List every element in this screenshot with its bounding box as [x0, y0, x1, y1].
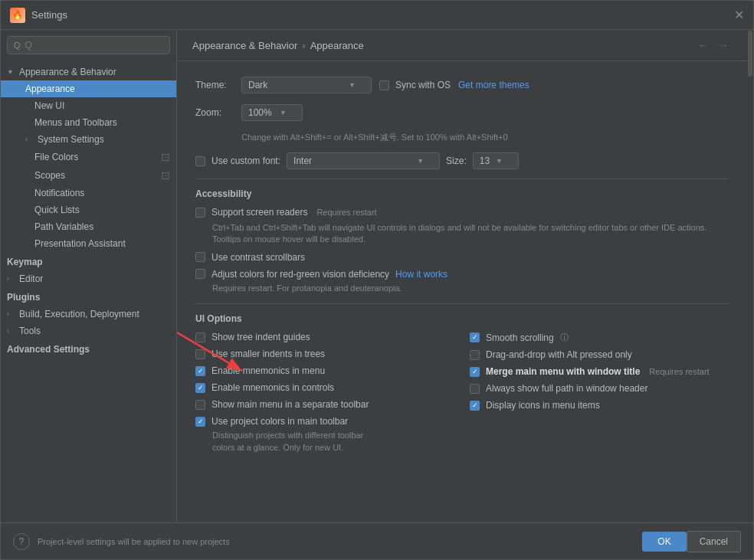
more-themes-link[interactable]: Get more themes — [458, 80, 529, 90]
theme-dropdown[interactable]: Dark ▼ — [241, 77, 372, 93]
mnemonics-menu-label[interactable]: Enable mnemonics in menu — [211, 365, 325, 376]
build-expand-icon: › — [7, 310, 16, 318]
mnemonics-controls-checkbox[interactable] — [195, 383, 205, 393]
sync-os-label[interactable]: Sync with OS — [395, 80, 451, 90]
sidebar-item-new-ui[interactable]: New UI — [1, 97, 176, 114]
smaller-indents-checkbox[interactable] — [195, 349, 205, 359]
ui-options-right: Smooth scrolling ⓘ Drag-and-drop with Al… — [470, 332, 729, 460]
display-icons-checkbox[interactable] — [470, 401, 480, 411]
footer: ? Project-level settings will be applied… — [1, 522, 753, 559]
smooth-scrolling-info-icon[interactable]: ⓘ — [560, 332, 569, 343]
drag-drop-alt-label[interactable]: Drag-and-drop with Alt pressed only — [486, 349, 632, 360]
search-icon: Q — [14, 41, 21, 50]
sidebar-item-quick-lists[interactable]: Quick Lists — [1, 201, 176, 218]
always-show-path-checkbox[interactable] — [470, 384, 480, 394]
custom-font-checkbox[interactable] — [195, 156, 205, 166]
zoom-dropdown[interactable]: 100% ▼ — [241, 104, 303, 121]
smaller-indents-label[interactable]: Use smaller indents in trees — [211, 349, 325, 359]
sidebar-item-scopes[interactable]: Scopes ⊡ — [1, 166, 176, 185]
adjust-colors-label[interactable]: Adjust colors for red-green vision defic… — [211, 269, 389, 280]
sidebar: Q ▼ Appearance & Behavior Appearance New… — [1, 30, 177, 522]
help-button[interactable]: ? — [13, 533, 30, 550]
expand-arrow-icon: ▼ — [7, 68, 16, 76]
smaller-indents-row: Use smaller indents in trees — [195, 349, 454, 359]
scrollbar-track[interactable] — [747, 30, 753, 522]
mnemonics-menu-checkbox[interactable] — [195, 366, 205, 376]
theme-label: Theme: — [195, 80, 234, 90]
custom-font-label[interactable]: Use custom font: — [211, 156, 280, 166]
settings-window: 🔥 Settings ✕ Q ▼ Appearance & B — [0, 0, 754, 560]
merge-menu-hint: Requires restart — [649, 367, 709, 376]
how-it-works-link[interactable]: How it works — [395, 269, 447, 280]
breadcrumb: Appearance & Behavior › Appearance — [192, 40, 695, 51]
sidebar-item-notifications[interactable]: Notifications — [1, 185, 176, 201]
tree-indent-guides-checkbox[interactable] — [195, 332, 205, 342]
sidebar-item-presentation-assistant[interactable]: Presentation Assistant — [1, 235, 176, 252]
merge-main-menu-label[interactable]: Merge main menu with window title — [486, 366, 640, 377]
sidebar-item-keymap[interactable]: Keymap — [1, 252, 176, 270]
sidebar-item-menus-toolbars[interactable]: Menus and Toolbars — [1, 114, 176, 131]
drag-drop-alt-checkbox[interactable] — [470, 350, 480, 360]
sidebar-item-path-variables[interactable]: Path Variables — [1, 218, 176, 235]
size-dropdown[interactable]: 13 ▼ — [473, 152, 519, 169]
adjust-colors-hint: Requires restart. For protanopia and deu… — [212, 283, 729, 294]
scrollbar-thumb[interactable] — [748, 31, 752, 77]
zoom-label: Zoom: — [195, 107, 234, 118]
main-layout: Q ▼ Appearance & Behavior Appearance New… — [1, 30, 753, 522]
sidebar-item-file-colors[interactable]: File Colors ⊡ — [1, 148, 176, 166]
close-button[interactable]: ✕ — [734, 8, 744, 22]
size-dropdown-arrow-icon: ▼ — [496, 157, 503, 165]
back-button[interactable]: ← — [695, 38, 712, 53]
zoom-dropdown-arrow-icon: ▼ — [280, 109, 287, 116]
screen-readers-label[interactable]: Support screen readers — [211, 207, 307, 218]
font-dropdown[interactable]: Inter ▼ — [287, 152, 440, 169]
sidebar-item-system-settings[interactable]: › System Settings — [1, 131, 176, 148]
search-input[interactable] — [25, 40, 163, 51]
main-menu-toolbar-label[interactable]: Show main menu in a separate toolbar — [211, 399, 369, 410]
ok-button[interactable]: OK — [642, 532, 686, 552]
breadcrumb-parent[interactable]: Appearance & Behavior — [192, 40, 297, 51]
contrast-scrollbars-checkbox[interactable] — [195, 252, 205, 262]
cancel-button[interactable]: Cancel — [687, 531, 741, 552]
adjust-colors-checkbox[interactable] — [195, 269, 205, 279]
search-box[interactable]: Q — [7, 36, 170, 54]
sidebar-item-appearance[interactable]: Appearance — [1, 80, 176, 97]
merge-main-menu-checkbox[interactable] — [470, 367, 480, 377]
nav-tree: ▼ Appearance & Behavior Appearance New U… — [1, 61, 176, 522]
display-icons-label[interactable]: Display icons in menu items — [486, 400, 600, 411]
zoom-hint: Change with Alt+Shift+= or Alt+Shift+减号.… — [241, 132, 729, 143]
adjust-colors-row: Adjust colors for red-green vision defic… — [195, 269, 729, 280]
project-colors-checkbox[interactable] — [195, 417, 205, 427]
always-show-path-label[interactable]: Always show full path in window header — [486, 383, 647, 394]
main-menu-toolbar-checkbox[interactable] — [195, 400, 205, 410]
sidebar-item-build-execution[interactable]: › Build, Execution, Deployment — [1, 306, 176, 323]
mnemonics-controls-label[interactable]: Enable mnemonics in controls — [211, 382, 334, 393]
display-icons-row: Display icons in menu items — [470, 400, 729, 411]
screen-readers-checkbox[interactable] — [195, 208, 205, 218]
system-expand-icon: › — [25, 136, 34, 143]
font-value: Inter — [293, 156, 312, 166]
sidebar-item-plugins[interactable]: Plugins — [1, 287, 176, 306]
divider-1 — [195, 178, 729, 179]
theme-dropdown-arrow-icon: ▼ — [349, 81, 356, 89]
titlebar: 🔥 Settings ✕ — [1, 1, 753, 30]
ui-options-left: Show tree indent guides Use smaller inde… — [195, 332, 454, 460]
main-menu-toolbar-row: Show main menu in a separate toolbar — [195, 399, 454, 410]
project-colors-label[interactable]: Use project colors in main toolbar — [211, 416, 348, 427]
sidebar-item-advanced-settings[interactable]: Advanced Settings — [1, 339, 176, 358]
tree-indent-guides-label[interactable]: Show tree indent guides — [211, 332, 310, 342]
nav-arrows: ← → — [695, 38, 732, 53]
sidebar-item-appearance-behavior[interactable]: ▼ Appearance & Behavior — [1, 64, 176, 80]
editor-expand-icon: › — [7, 275, 16, 283]
smooth-scrolling-checkbox[interactable] — [470, 332, 480, 342]
sync-os-checkbox[interactable] — [379, 80, 389, 90]
smooth-scrolling-label[interactable]: Smooth scrolling — [486, 332, 554, 343]
forward-button[interactable]: → — [715, 38, 732, 53]
sidebar-item-tools[interactable]: › Tools — [1, 323, 176, 339]
sidebar-item-editor[interactable]: › Editor — [1, 270, 176, 287]
contrast-scrollbars-label[interactable]: Use contrast scrollbars — [211, 252, 305, 263]
screen-readers-description: Ctrl+Tab and Ctrl+Shift+Tab will navigat… — [212, 222, 729, 246]
scopes-icon: ⊡ — [161, 169, 170, 182]
window-title: Settings — [31, 9, 67, 21]
merge-main-menu-row: Merge main menu with window title Requir… — [470, 366, 729, 377]
